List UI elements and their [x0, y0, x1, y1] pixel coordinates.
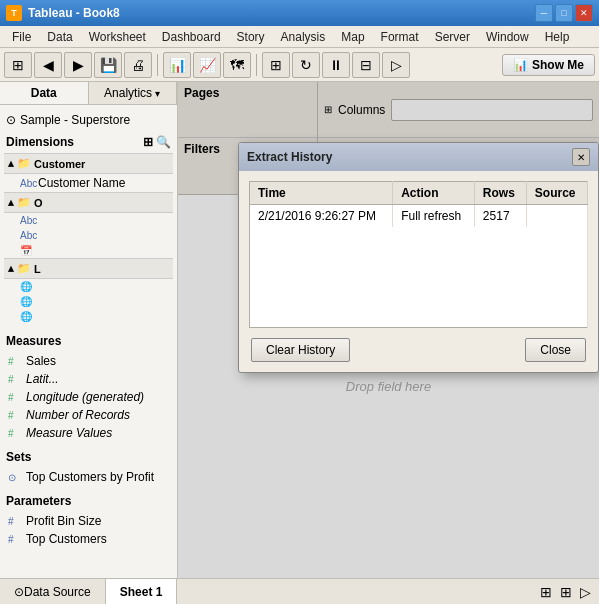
- menu-window[interactable]: Window: [478, 28, 537, 46]
- toolbar-line-button[interactable]: 📈: [193, 52, 221, 78]
- menu-help[interactable]: Help: [537, 28, 578, 46]
- toolbar-separator-1: [157, 54, 158, 76]
- field-label-measure-values: Measure Values: [26, 426, 112, 440]
- customer-group-header[interactable]: ▴ 📁 Customer: [4, 153, 173, 174]
- field-latitude[interactable]: # Latit...: [4, 370, 173, 388]
- menu-format[interactable]: Format: [373, 28, 427, 46]
- toolbar-save-button[interactable]: 💾: [94, 52, 122, 78]
- measures-label: Measures: [6, 334, 61, 348]
- menu-data[interactable]: Data: [39, 28, 80, 46]
- field-order-abc2[interactable]: Abc: [4, 228, 173, 243]
- location-group-collapse-icon: ▴: [8, 262, 14, 275]
- show-me-chart-icon: 📊: [513, 58, 528, 72]
- globe-icon-2: 🌐: [20, 296, 34, 307]
- order-group-folder-icon: 📁: [17, 196, 31, 209]
- cell-source: [526, 205, 587, 228]
- toolbar-pause-button[interactable]: ⏸: [322, 52, 350, 78]
- toolbar-new-button[interactable]: ⊞: [4, 52, 32, 78]
- close-button[interactable]: ✕: [575, 4, 593, 22]
- hash-icon-mv: #: [8, 428, 22, 439]
- toolbar-present-button[interactable]: ▷: [382, 52, 410, 78]
- toolbar-filter-button[interactable]: ⊟: [352, 52, 380, 78]
- menu-server[interactable]: Server: [427, 28, 478, 46]
- field-num-records[interactable]: # Number of Records: [4, 406, 173, 424]
- set-icon: ⊙: [8, 472, 22, 483]
- toolbar-bar-button[interactable]: 📊: [163, 52, 191, 78]
- customer-group-collapse-icon: ▴: [8, 157, 14, 170]
- extract-history-table: Time Action Rows Source 2/21/2016 9:26:2…: [249, 181, 588, 328]
- menu-file[interactable]: File: [4, 28, 39, 46]
- field-customer-name[interactable]: Abc Customer Name: [4, 174, 173, 192]
- order-group-header[interactable]: ▴ 📁 O: [4, 192, 173, 213]
- dimensions-grid-icon[interactable]: ⊞: [143, 135, 153, 149]
- field-location-globe2[interactable]: 🌐: [4, 294, 173, 309]
- modal-title: Extract History: [247, 150, 332, 164]
- present-sheet-icon[interactable]: ▷: [580, 584, 591, 600]
- toolbar-table-button[interactable]: ⊞: [262, 52, 290, 78]
- extract-history-dialog: Extract History ✕ Time Action Rows S: [238, 142, 599, 373]
- sidebar-tab-data[interactable]: Data: [0, 82, 89, 104]
- field-order-date[interactable]: 📅: [4, 243, 173, 258]
- col-source: Source: [526, 182, 587, 205]
- col-time: Time: [250, 182, 393, 205]
- sidebar-content: ⊙ Sample - Superstore Dimensions ⊞ 🔍 ▴ 📁…: [0, 105, 177, 578]
- modal-close-x-button[interactable]: ✕: [572, 148, 590, 166]
- field-top-customers-param[interactable]: # Top Customers: [4, 530, 173, 548]
- add-sheet-icon[interactable]: ⊞: [540, 584, 552, 600]
- location-group-label: L: [34, 263, 41, 275]
- parameters-section-header: Parameters: [4, 490, 173, 512]
- field-label-longitude: Longitude (generated): [26, 390, 144, 404]
- hash-icon-lat: #: [8, 374, 22, 385]
- menu-worksheet[interactable]: Worksheet: [81, 28, 154, 46]
- customer-group-label: Customer: [34, 158, 85, 170]
- sets-label: Sets: [6, 450, 31, 464]
- show-me-button[interactable]: 📊 Show Me: [502, 54, 595, 76]
- data-source-tab[interactable]: ⊙ Data Source: [0, 579, 106, 604]
- toolbar-map-button[interactable]: 🗺: [223, 52, 251, 78]
- sheet1-tab[interactable]: Sheet 1: [106, 579, 178, 604]
- toolbar-refresh-button[interactable]: ↻: [292, 52, 320, 78]
- status-bar-right: ⊞ ⊞ ▷: [532, 579, 599, 604]
- app-icon: T: [6, 5, 22, 21]
- sidebar-tab-analytics[interactable]: Analytics ▾: [89, 82, 178, 104]
- field-longitude[interactable]: # Longitude (generated): [4, 388, 173, 406]
- location-group-header[interactable]: ▴ 📁 L: [4, 258, 173, 279]
- param-icon-2: #: [8, 534, 22, 545]
- field-sales[interactable]: # Sales: [4, 352, 173, 370]
- analytics-dropdown-icon: ▾: [155, 88, 160, 99]
- modal-body: Time Action Rows Source 2/21/2016 9:26:2…: [239, 171, 598, 372]
- abc-icon-customer-name: Abc: [20, 178, 34, 189]
- modal-title-bar: Extract History ✕: [239, 143, 598, 171]
- cell-time: 2/21/2016 9:26:27 PM: [250, 205, 393, 228]
- sheet1-label: Sheet 1: [120, 585, 163, 599]
- toolbar-back-button[interactable]: ◀: [34, 52, 62, 78]
- param-icon-1: #: [8, 516, 22, 527]
- datasource-item[interactable]: ⊙ Sample - Superstore: [4, 109, 173, 131]
- cell-rows: 2517: [474, 205, 526, 228]
- minimize-button[interactable]: ─: [535, 4, 553, 22]
- field-label-records: Number of Records: [26, 408, 130, 422]
- field-measure-values[interactable]: # Measure Values: [4, 424, 173, 442]
- dimensions-label: Dimensions: [6, 135, 74, 149]
- field-label-customer-name: Customer Name: [38, 176, 125, 190]
- modal-close-button[interactable]: Close: [525, 338, 586, 362]
- field-top-customers-set[interactable]: ⊙ Top Customers by Profit: [4, 468, 173, 486]
- field-label-profit-bin: Profit Bin Size: [26, 514, 101, 528]
- menu-map[interactable]: Map: [333, 28, 372, 46]
- duplicate-sheet-icon[interactable]: ⊞: [560, 584, 572, 600]
- order-group-collapse-icon: ▴: [8, 196, 14, 209]
- dimensions-search-icon[interactable]: 🔍: [156, 135, 171, 149]
- field-order-abc1[interactable]: Abc: [4, 213, 173, 228]
- field-label-top-customers-param: Top Customers: [26, 532, 107, 546]
- menu-dashboard[interactable]: Dashboard: [154, 28, 229, 46]
- field-location-globe1[interactable]: 🌐: [4, 279, 173, 294]
- toolbar-print-button[interactable]: 🖨: [124, 52, 152, 78]
- field-location-globe3[interactable]: 🌐: [4, 309, 173, 324]
- menu-story[interactable]: Story: [229, 28, 273, 46]
- field-profit-bin-size[interactable]: # Profit Bin Size: [4, 512, 173, 530]
- maximize-button[interactable]: □: [555, 4, 573, 22]
- clear-history-button[interactable]: Clear History: [251, 338, 350, 362]
- measures-section-header: Measures: [4, 330, 173, 352]
- menu-analysis[interactable]: Analysis: [273, 28, 334, 46]
- toolbar-forward-button[interactable]: ▶: [64, 52, 92, 78]
